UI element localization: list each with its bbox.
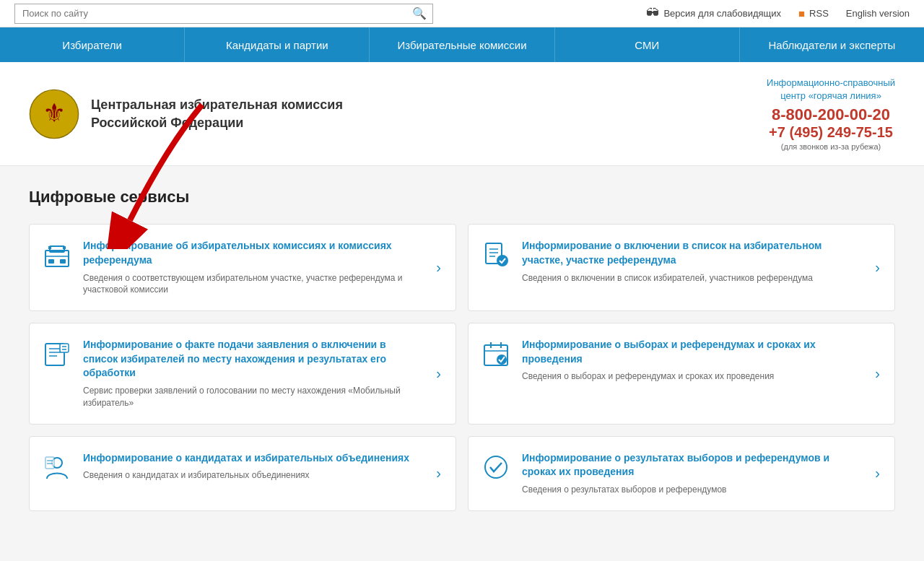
- svg-rect-5: [48, 246, 51, 249]
- search-container: 🔍: [14, 4, 433, 24]
- svg-rect-8: [48, 259, 54, 264]
- svg-rect-9: [60, 259, 66, 264]
- cards-wrapper: Информирование об избирательных комиссия…: [29, 224, 895, 510]
- english-version-link[interactable]: English version: [846, 8, 910, 19]
- card4-arrow: ›: [875, 365, 880, 382]
- card1-icon: [41, 239, 73, 271]
- card2-title: Информирование о включении в список на и…: [522, 239, 859, 267]
- search-input[interactable]: [15, 8, 406, 19]
- nav-label-media: СМИ: [635, 39, 659, 51]
- svg-point-31: [485, 456, 507, 478]
- nav-label-candidates: Кандидаты и партии: [226, 39, 328, 51]
- svg-text:⚜: ⚜: [43, 97, 66, 127]
- section-title: Цифровые сервисы: [29, 188, 895, 206]
- org-name-line1: Центральная избирательная комиссия: [91, 97, 343, 112]
- card4-title: Информирование о выборах и референдумах …: [522, 338, 859, 366]
- vision-label: Версия для слабовидящих: [663, 8, 781, 19]
- card-voter-list[interactable]: Информирование о включении в список на и…: [468, 224, 895, 311]
- svg-rect-6: [63, 246, 66, 249]
- nav-label-observers: Наблюдатели и эксперты: [768, 39, 895, 51]
- rss-link[interactable]: ■ RSS: [798, 7, 829, 19]
- hotline-area: Информационно-справочный центр «горячая …: [767, 77, 895, 151]
- card6-body: Информирование о результатах выборов и р…: [522, 451, 859, 496]
- card5-body: Информирование о кандидатах и избиратель…: [83, 451, 420, 482]
- card1-body: Информирование об избирательных комиссия…: [83, 239, 420, 296]
- card3-title: Информирование о факте подачи заявления …: [83, 338, 420, 380]
- card1-arrow: ›: [436, 259, 441, 276]
- rss-label: RSS: [809, 8, 829, 19]
- card3-body: Информирование о факте подачи заявления …: [83, 338, 420, 409]
- hotline-note: (для звонков из-за рубежа): [767, 142, 895, 151]
- nav-item-media[interactable]: СМИ: [555, 27, 740, 62]
- card2-icon: [480, 239, 512, 271]
- hotline-label: Информационно-справочный центр «горячая …: [767, 77, 895, 103]
- card-commissions-info[interactable]: Информирование об избирательных комиссия…: [29, 224, 456, 311]
- card3-desc: Сервис проверки заявлений о голосовании …: [83, 385, 420, 409]
- card1-title: Информирование об избирательных комиссия…: [83, 239, 420, 267]
- vision-icon: 🕶: [646, 6, 659, 21]
- card4-desc: Сведения о выборах и референдумах и срок…: [522, 370, 859, 383]
- card-application-status[interactable]: Информирование о факте подачи заявления …: [29, 323, 456, 424]
- top-right-links: 🕶 Версия для слабовидящих ■ RSS English …: [646, 6, 910, 21]
- main-content: Цифровые сервисы: [0, 166, 924, 532]
- card-candidates[interactable]: Информирование о кандидатах и избиратель…: [29, 436, 456, 511]
- cards-grid: Информирование об избирательных комиссия…: [29, 224, 895, 510]
- vision-link[interactable]: 🕶 Версия для слабовидящих: [646, 6, 781, 21]
- card5-icon: [41, 451, 73, 483]
- svg-point-11: [497, 255, 508, 266]
- nav-item-candidates[interactable]: Кандидаты и партии: [185, 27, 370, 62]
- card4-icon: [480, 338, 512, 370]
- card5-title: Информирование о кандидатах и избиратель…: [83, 451, 420, 466]
- card3-arrow: ›: [436, 365, 441, 382]
- card4-body: Информирование о выборах и референдумах …: [522, 338, 859, 383]
- svg-rect-3: [45, 251, 69, 266]
- card6-arrow: ›: [875, 465, 880, 482]
- search-button[interactable]: 🔍: [406, 4, 432, 23]
- card-results[interactable]: Информирование о результатах выборов и р…: [468, 436, 895, 511]
- logo-emblem: ⚜: [29, 89, 79, 139]
- card1-desc: Сведения о соответствующем избирательном…: [83, 272, 420, 297]
- card3-icon: [41, 338, 73, 370]
- card2-arrow: ›: [875, 259, 880, 276]
- svg-rect-28: [45, 457, 54, 469]
- org-name-line2: Российской Федерации: [91, 116, 243, 130]
- nav-label-commissions: Избирательные комиссии: [397, 39, 526, 51]
- logo-area: ⚜ Центральная избирательная комиссия Рос…: [29, 89, 343, 139]
- rss-icon: ■: [798, 7, 805, 19]
- hotline-label-line2: центр «горячая линия»: [780, 90, 881, 101]
- card2-desc: Сведения о включении в список избирателе…: [522, 272, 859, 284]
- nav-bar: Избиратели Кандидаты и партии Избиратель…: [0, 27, 924, 62]
- header-section: ⚜ Центральная избирательная комиссия Рос…: [0, 62, 924, 166]
- card2-body: Информирование о включении в список на и…: [522, 239, 859, 284]
- nav-label-voters: Избиратели: [62, 39, 122, 51]
- hotline-number2: +7 (495) 249-75-15: [767, 124, 895, 141]
- svg-rect-19: [60, 344, 69, 352]
- card6-desc: Сведения о результатах выборов и референ…: [522, 484, 859, 496]
- card6-title: Информирование о результатах выборов и р…: [522, 451, 859, 479]
- hotline-label-line1: Информационно-справочный: [767, 77, 895, 88]
- org-name: Центральная избирательная комиссия Росси…: [91, 96, 343, 132]
- hotline-number1: 8-800-200-00-20: [767, 105, 895, 124]
- card6-icon: [480, 451, 512, 483]
- card-elections-dates[interactable]: Информирование о выборах и референдумах …: [468, 323, 895, 424]
- nav-item-observers[interactable]: Наблюдатели и эксперты: [740, 27, 924, 62]
- card5-desc: Сведения о кандидатах и избирательных об…: [83, 469, 420, 482]
- card5-arrow: ›: [436, 465, 441, 482]
- nav-item-voters[interactable]: Избиратели: [0, 27, 185, 62]
- top-bar: 🔍 🕶 Версия для слабовидящих ■ RSS Englis…: [0, 0, 924, 27]
- nav-item-commissions[interactable]: Избирательные комиссии: [370, 27, 554, 62]
